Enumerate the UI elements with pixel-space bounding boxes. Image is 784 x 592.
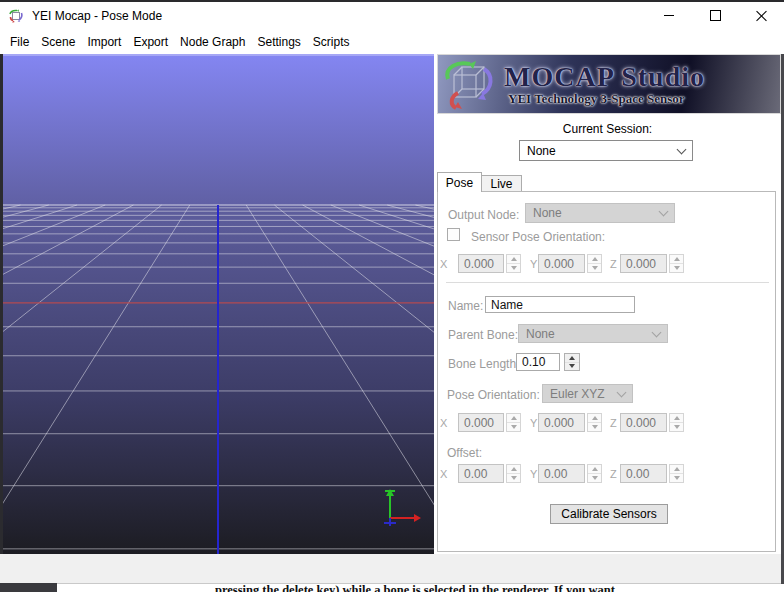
offset-x-field[interactable]: 0.00 — [458, 464, 504, 483]
step-up-icon[interactable] — [670, 255, 683, 264]
step-down-icon[interactable] — [588, 474, 601, 482]
step-down-icon[interactable] — [670, 423, 683, 431]
tab-pose[interactable]: Pose — [437, 172, 482, 192]
offset-label: Offset: — [447, 446, 482, 460]
pose-x-stepper[interactable] — [506, 413, 521, 432]
pose-z-stepper[interactable] — [669, 413, 684, 432]
current-session-dropdown[interactable]: None — [519, 140, 693, 161]
chevron-down-icon — [659, 207, 669, 217]
step-down-icon[interactable] — [670, 474, 683, 482]
bottom-background-strip — [0, 554, 784, 584]
step-down-icon[interactable] — [507, 423, 520, 431]
sensor-pose-y-stepper[interactable] — [587, 254, 602, 273]
offset-z-stepper[interactable] — [669, 464, 684, 483]
menu-node-graph[interactable]: Node Graph — [180, 35, 245, 49]
app-logo-icon — [8, 8, 24, 24]
banner-subtitle: YEI Technology 3-Space Sensor — [508, 92, 705, 106]
bone-length-label: Bone Length: — [448, 357, 519, 371]
chevron-down-icon — [617, 387, 627, 397]
parent-bone-value: None — [526, 327, 555, 341]
current-session-value: None — [527, 144, 556, 158]
pose-orientation-dropdown[interactable]: Euler XYZ — [542, 384, 633, 403]
output-node-value: None — [533, 206, 562, 220]
z-axis-label: Z — [610, 258, 617, 270]
control-panel: MOCAP Studio YEI Technology 3-Space Sens… — [434, 54, 781, 554]
offset-z-field[interactable]: 0.00 — [620, 464, 667, 483]
minimize-button[interactable] — [646, 2, 692, 29]
minimize-icon — [664, 15, 674, 16]
maximize-button[interactable] — [692, 2, 738, 29]
sensor-pose-z-field[interactable]: 0.000 — [620, 254, 667, 273]
menu-export[interactable]: Export — [133, 35, 168, 49]
sensor-pose-y-field[interactable]: 0.000 — [538, 254, 585, 273]
step-down-icon[interactable] — [565, 363, 579, 371]
step-up-icon[interactable] — [507, 465, 520, 474]
chevron-down-icon — [652, 327, 662, 337]
offset-y-stepper[interactable] — [587, 464, 602, 483]
output-node-label: Output Node: — [448, 208, 519, 222]
pose-z-field[interactable]: 0.000 — [620, 413, 667, 432]
step-down-icon[interactable] — [507, 264, 520, 272]
title-bar[interactable]: YEI Mocap - Pose Mode — [0, 2, 784, 29]
menu-scene[interactable]: Scene — [41, 35, 75, 49]
maximize-icon — [710, 10, 721, 21]
step-up-icon[interactable] — [588, 255, 601, 264]
3d-viewport[interactable] — [0, 54, 434, 554]
offset-y-field[interactable]: 0.00 — [538, 464, 585, 483]
step-up-icon[interactable] — [670, 465, 683, 474]
z-axis-label: Z — [610, 417, 617, 429]
parent-bone-label: Parent Bone: — [448, 328, 518, 342]
background-window-fragment — [0, 583, 57, 592]
step-down-icon[interactable] — [588, 423, 601, 431]
sensor-pose-x-stepper[interactable] — [506, 254, 521, 273]
x-axis-label: X — [440, 258, 447, 270]
sensor-pose-label: Sensor Pose Orientation: — [471, 230, 605, 244]
menu-scripts[interactable]: Scripts — [313, 35, 350, 49]
parent-bone-dropdown[interactable]: None — [518, 324, 668, 343]
output-node-dropdown[interactable]: None — [525, 203, 675, 223]
pose-x-field[interactable]: 0.000 — [458, 413, 504, 432]
step-down-icon[interactable] — [588, 264, 601, 272]
step-up-icon[interactable] — [588, 465, 601, 474]
calibrate-sensors-button[interactable]: Calibrate Sensors — [550, 504, 668, 524]
menu-file[interactable]: File — [10, 35, 29, 49]
step-up-icon[interactable] — [565, 354, 579, 363]
name-input[interactable] — [485, 296, 635, 313]
step-up-icon[interactable] — [588, 414, 601, 423]
close-button[interactable] — [738, 2, 784, 29]
viewport-left-edge — [0, 54, 3, 554]
mocap-cube-logo-icon — [442, 57, 494, 111]
bone-length-stepper[interactable] — [564, 353, 580, 371]
offset-x-stepper[interactable] — [506, 464, 521, 483]
pose-y-field[interactable]: 0.000 — [538, 413, 585, 432]
background-document-text: pressing the delete key) while a bone is… — [215, 584, 775, 592]
bone-length-field[interactable]: 0.10 — [516, 353, 560, 371]
menu-settings[interactable]: Settings — [257, 35, 300, 49]
window-controls — [646, 2, 784, 29]
chevron-down-icon — [677, 144, 687, 154]
step-up-icon[interactable] — [507, 414, 520, 423]
banner-text: MOCAP Studio YEI Technology 3-Space Sens… — [504, 62, 705, 106]
app-window: YEI Mocap - Pose Mode File Scene Import … — [0, 0, 784, 592]
menu-import[interactable]: Import — [87, 35, 121, 49]
z-axis-label: Z — [610, 468, 617, 480]
name-label: Name: — [448, 299, 483, 313]
x-axis-label: X — [440, 417, 447, 429]
separator — [446, 282, 769, 283]
mocap-studio-banner: MOCAP Studio YEI Technology 3-Space Sens… — [437, 54, 781, 114]
pose-orientation-value: Euler XYZ — [550, 387, 605, 401]
y-axis-label: Y — [530, 468, 537, 480]
current-session-label: Current Session: — [434, 122, 781, 136]
tab-live[interactable]: Live — [481, 175, 522, 192]
step-up-icon[interactable] — [507, 255, 520, 264]
y-axis-label: Y — [530, 258, 537, 270]
y-axis-label: Y — [530, 417, 537, 429]
close-icon — [756, 10, 767, 21]
sensor-pose-z-stepper[interactable] — [669, 254, 684, 273]
sensor-pose-checkbox[interactable] — [447, 228, 460, 241]
sensor-pose-x-field[interactable]: 0.000 — [458, 254, 504, 273]
step-down-icon[interactable] — [507, 474, 520, 482]
step-up-icon[interactable] — [670, 414, 683, 423]
step-down-icon[interactable] — [670, 264, 683, 272]
pose-y-stepper[interactable] — [587, 413, 602, 432]
